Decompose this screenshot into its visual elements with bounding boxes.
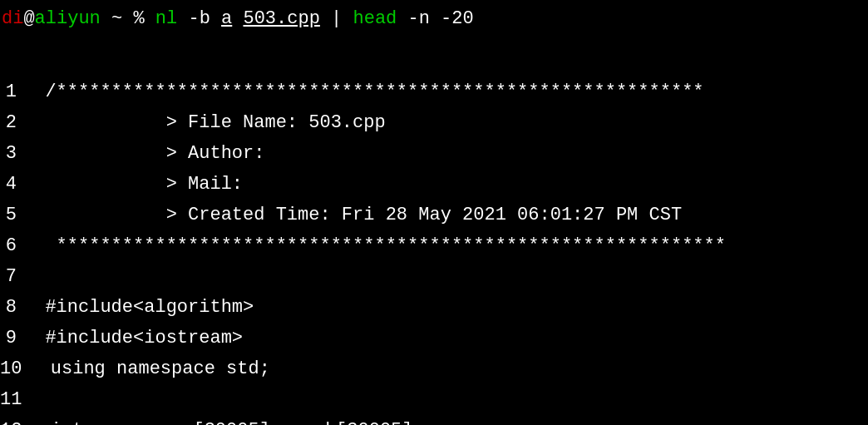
cmd-at: @ bbox=[23, 3, 34, 35]
table-row: 6 **************************************… bbox=[0, 230, 868, 261]
line-number: 10 bbox=[0, 353, 28, 384]
cmd-user-di: di bbox=[2, 3, 23, 35]
line-number: 8 bbox=[0, 292, 23, 323]
table-row: 10 using namespace std; bbox=[0, 353, 868, 384]
table-row: 7 bbox=[0, 261, 868, 292]
table-row: 9 #include<iostream> bbox=[0, 323, 868, 353]
table-row: 11 bbox=[0, 384, 868, 415]
line-number: 6 bbox=[0, 230, 23, 261]
line-number: 12 bbox=[0, 415, 28, 425]
table-row: 3 > Author: bbox=[0, 138, 868, 169]
cmd-head-args: -n -20 bbox=[397, 3, 473, 35]
cmd-percent: % bbox=[133, 3, 155, 35]
cmd-pipe: | bbox=[320, 3, 353, 35]
cmd-hostname: aliyun bbox=[35, 3, 101, 35]
cmd-head: head bbox=[353, 3, 397, 35]
line-number: 7 bbox=[0, 261, 23, 292]
table-row: 5 > Created Time: Fri 28 May 2021 06:01:… bbox=[0, 200, 868, 230]
table-row: 12 int w, n, num[30005], mark[30005], an… bbox=[0, 415, 868, 425]
line-number: 11 bbox=[0, 384, 28, 415]
cmd-space-file bbox=[232, 3, 243, 35]
command-line: di@aliyun ~ % nl -b a 503.cpp | head -n … bbox=[0, 3, 868, 35]
code-output: 1 /*************************************… bbox=[0, 35, 868, 425]
line-content: /***************************************… bbox=[23, 77, 704, 107]
cmd-space-tilde: ~ bbox=[101, 3, 134, 35]
line-number: 9 bbox=[0, 323, 23, 353]
line-content: #include<iostream> bbox=[23, 323, 243, 353]
line-content: > Author: bbox=[23, 138, 264, 169]
terminal-window: di@aliyun ~ % nl -b a 503.cpp | head -n … bbox=[0, 0, 868, 425]
cmd-nl-args: -b bbox=[177, 3, 221, 35]
line-content: #include<algorithm> bbox=[23, 292, 254, 323]
cmd-a: a bbox=[221, 3, 232, 35]
line-number: 5 bbox=[0, 200, 23, 230]
table-row: 1 /*************************************… bbox=[0, 77, 868, 107]
line-number: 1 bbox=[0, 77, 23, 107]
line-number: 4 bbox=[0, 169, 23, 200]
line-content: > Mail: bbox=[23, 169, 243, 200]
line-content: ****************************************… bbox=[23, 230, 726, 261]
line-content: > Created Time: Fri 28 May 2021 06:01:27… bbox=[23, 200, 682, 230]
cmd-nl: nl bbox=[155, 3, 177, 35]
line-content: using namespace std; bbox=[28, 353, 269, 384]
line-content: int w, n, num[30005], mark[30005], ans; bbox=[28, 415, 478, 425]
table-row: 2 > File Name: 503.cpp bbox=[0, 107, 868, 138]
line-number: 3 bbox=[0, 138, 23, 169]
line-content: > File Name: 503.cpp bbox=[23, 107, 386, 138]
line-number: 2 bbox=[0, 107, 23, 138]
table-row: 4 > Mail: bbox=[0, 169, 868, 200]
cmd-filename: 503.cpp bbox=[243, 3, 319, 35]
table-row: 8 #include<algorithm> bbox=[0, 292, 868, 323]
